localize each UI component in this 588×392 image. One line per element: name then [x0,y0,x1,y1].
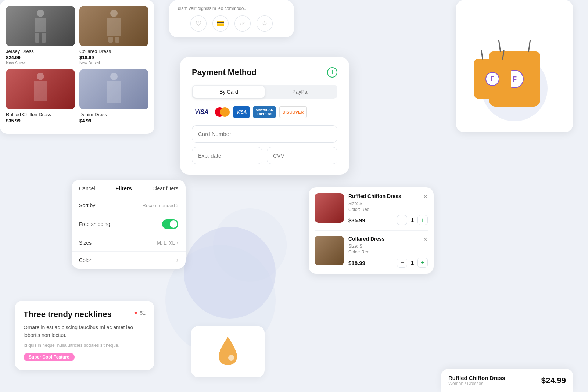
exp-date-input[interactable] [192,147,262,164]
qty-control-ruffled: − 1 + [397,215,428,225]
filter-row-color: Color › [72,252,186,269]
cart-item-info-ruffled: Ruffled Chiffon Dress ✕ Size: S Color: R… [348,193,428,225]
drop-icon-card [191,326,265,377]
heart-icon: ♥ [134,310,138,316]
product-price-denim: $4.99 [79,118,148,123]
filter-sort-label: Sort by [79,202,95,208]
qty-increase-ruffled[interactable]: + [417,215,428,225]
svg-rect-9 [34,81,47,101]
filter-sizes-label: Sizes [79,240,92,246]
drop-icon [215,335,241,368]
toggle-knob [170,220,177,228]
cart-item-price-ruffled: $35.99 [348,217,365,223]
amex-logo: AMERICANEXPRESS [253,106,276,118]
cart-remove-ruffled[interactable]: ✕ [423,193,428,200]
cart-item-color-ruffled: Color: Red [348,207,428,212]
star-icon-btn[interactable]: ☆ [257,15,273,32]
bottom-product-card: Ruffled Chiffon Dress Woman / Dresses $2… [441,369,573,392]
qty-num-ruffled: 1 [411,217,414,223]
svg-rect-2 [35,33,39,43]
chevron-icon: › [176,240,178,246]
svg-rect-11 [107,81,121,103]
card-logos: VISA VISA AMERICANEXPRESS DISCOVER [192,106,337,118]
card-number-input[interactable] [192,125,337,143]
qty-decrease-collared[interactable]: − [397,258,407,268]
filter-sizes-value[interactable]: M, L, XL › [157,240,178,246]
filter-shipping-label: Free shipping [79,221,110,227]
product-item-ruffled[interactable]: Ruffled Chiffon Dress $35.99 [6,69,75,123]
icon-row-text: diam velit dignissim leo commodo... [178,6,285,11]
cvv-input[interactable] [267,147,337,164]
product-item-collared[interactable]: Collared Dress $18.99 New Arrival [79,6,148,65]
product-image-collared [79,6,148,46]
heart-icon-btn[interactable]: ♡ [190,15,207,32]
filter-color-value[interactable]: › [176,257,178,263]
qty-num-collared: 1 [411,260,414,266]
bag-small-badge: F [485,72,499,86]
tab-paypal[interactable]: PayPal [265,86,336,98]
shopping-bag-card: F F [456,0,573,132]
feature-badge[interactable]: Super Cool Feature [24,353,75,361]
qty-decrease-ruffled[interactable]: − [397,215,407,225]
cart-item-price-collared: $18.99 [348,260,365,266]
visa-logo: VISA [192,106,211,118]
filters-cancel-btn[interactable]: Cancel [79,186,95,191]
svg-rect-0 [37,10,44,17]
cart-item-info-collared: Collared Dress ✕ Size: S Color: Red $18.… [348,236,428,268]
tab-by-card[interactable]: By Card [193,86,265,98]
blog-likes: ♥ 51 [134,310,146,316]
bottom-product-price: $24.99 [541,376,566,385]
qty-increase-collared[interactable]: + [417,258,428,268]
product-image-denim [79,69,148,109]
fingerprint-icon-btn[interactable]: ☞ [234,15,251,32]
blog-title: Three trendy necklines [24,310,134,319]
cart-card: Ruffled Chiffon Dress ✕ Size: S Color: R… [309,187,434,274]
blog-card: Three trendy necklines ♥ 51 Ornare in es… [15,301,154,370]
cart-remove-collared[interactable]: ✕ [423,236,428,243]
payment-title: Payment Method [192,68,257,77]
product-item-denim[interactable]: Denim Dress $4.99 [79,69,148,123]
blog-like-count: 51 [140,310,146,316]
svg-rect-3 [42,33,46,43]
product-name-ruffled: Ruffled Chiffon Dress [6,112,75,117]
info-icon[interactable]: i [327,67,337,78]
discover-logo: DISCOVER [279,106,307,118]
svg-rect-5 [107,18,121,36]
cart-item-name-collared: Collared Dress [348,236,385,242]
filter-sort-value[interactable]: Recommended › [143,202,178,209]
product-image-jersey [6,6,75,46]
mastercard-logo [215,107,230,117]
card-icon-btn[interactable]: 💳 [212,15,229,32]
free-shipping-toggle[interactable] [162,219,178,229]
filters-clear-btn[interactable]: Clear filters [152,186,178,191]
product-price-jersey: $24.99 [6,55,75,60]
svg-rect-8 [37,73,44,80]
qty-control-collared: − 1 + [397,258,428,268]
cart-item-name-ruffled: Ruffled Chiffon Dress [348,193,401,199]
filters-card: Cancel Filters Clear filters Sort by Rec… [72,180,186,269]
product-name-collared: Collared Dress [79,48,148,54]
visa-blue-logo: VISA [233,106,250,118]
cart-item-size-ruffled: Size: S [348,201,428,206]
payment-tabs: By Card PayPal [192,85,337,99]
blog-body: Ornare in est adipiscing faucibus mi ac … [24,324,146,339]
product-price-collared: $18.99 [79,55,148,60]
bottom-product-category: Woman / Dresses [448,381,505,386]
filter-row-shipping: Free shipping [72,214,186,234]
cart-item-color-collared: Color: Red [348,249,428,255]
product-grid: Jersey Dress $24.99 New Arrival Collared… [0,0,154,134]
svg-rect-4 [110,10,118,17]
product-item-jersey[interactable]: Jersey Dress $24.99 New Arrival [6,6,75,65]
cart-item-size-collared: Size: S [348,244,428,249]
cart-item-collared: Collared Dress ✕ Size: S Color: Red $18.… [315,236,428,268]
cart-item-image-collared [315,236,344,265]
filters-title: Filters [115,185,132,191]
filter-row-sort: Sort by Recommended › [72,197,186,214]
cart-item-image-ruffled [315,193,344,223]
svg-rect-6 [108,37,113,43]
filter-row-sizes: Sizes M, L, XL › [72,234,186,252]
bottom-product-name: Ruffled Chiffon Dress [448,375,505,381]
svg-point-12 [228,355,234,361]
payment-method-card: Payment Method i By Card PayPal VISA VIS… [180,57,349,175]
svg-rect-7 [115,37,119,43]
